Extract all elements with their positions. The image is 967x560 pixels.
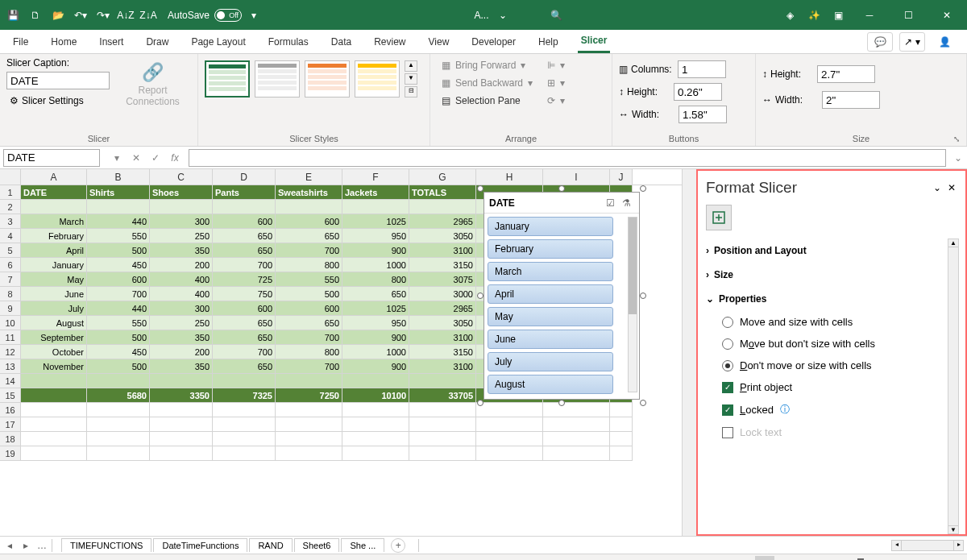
cell[interactable] [276,432,342,446]
radio-move-no-size[interactable]: Move but don't size with cells [722,333,946,355]
undo-icon[interactable]: ↶▾ [71,6,90,25]
cell[interactable] [21,388,87,403]
minimize-button[interactable]: ─ [853,4,886,27]
cell[interactable] [213,374,276,388]
name-box[interactable] [3,149,100,167]
row-header[interactable]: 7 [0,272,21,287]
cell[interactable]: 650 [213,316,276,330]
cell[interactable]: 400 [150,272,213,287]
fx-icon[interactable]: fx [166,149,184,167]
cell[interactable]: 7250 [276,388,342,403]
align-button[interactable]: ⊫▾ [542,57,570,73]
bring-forward-button[interactable]: ▦Bring Forward▾ [437,57,537,73]
view-page-layout-icon[interactable]: ▤ [774,556,794,560]
clear-filter-icon[interactable]: ⚗ [618,195,634,211]
cell[interactable] [213,200,276,214]
tab-review[interactable]: Review [371,31,409,52]
col-header[interactable]: D [213,169,276,185]
pane-close-icon[interactable]: ✕ [944,179,959,197]
cell[interactable] [21,432,87,446]
cell[interactable]: 700 [213,258,276,272]
row-header[interactable]: 9 [0,301,21,316]
slicer-item[interactable]: July [488,352,613,371]
cell[interactable]: 350 [150,330,213,345]
cell[interactable] [476,446,543,461]
new-icon[interactable]: 🗋 [26,6,45,25]
slicer-object[interactable]: DATE ☑ ⚗ JanuaryFebruaryMarchAprilMayJun… [484,192,640,400]
styles-scroll-down-icon[interactable]: ▼ [405,73,417,85]
sheet-tab[interactable]: Sheet6 [294,538,340,552]
cell[interactable] [409,200,476,214]
check-locked[interactable]: ✓Lockedⓘ [722,398,946,421]
cell[interactable] [276,200,342,214]
enter-icon[interactable]: ✓ [147,149,164,167]
autosave-toggle[interactable]: Off [214,9,242,22]
cell[interactable]: January [21,258,87,272]
formula-expand-icon[interactable]: ⌄ [949,149,967,167]
row-header[interactable]: 5 [0,243,21,258]
cell[interactable]: 700 [276,330,342,345]
tab-home[interactable]: Home [48,31,80,52]
slicer-style-4[interactable] [355,60,400,97]
tab-draw[interactable]: Draw [143,31,172,52]
check-print-object[interactable]: ✓Print object [722,376,946,398]
cell[interactable]: 350 [150,359,213,374]
cell[interactable]: 3050 [409,316,476,330]
comments-button[interactable]: 💬 [867,32,893,52]
cell[interactable]: August [21,316,87,330]
cell[interactable] [213,432,276,446]
row-header[interactable]: 16 [0,403,21,417]
cell[interactable] [150,403,213,417]
col-header[interactable]: G [409,169,476,185]
cell[interactable]: 500 [276,287,342,301]
cell[interactable]: 250 [150,316,213,330]
close-button[interactable]: ✕ [930,4,964,27]
row-header[interactable]: 2 [0,200,21,214]
cell[interactable] [150,417,213,432]
row-header[interactable]: 1 [0,185,21,200]
cell[interactable]: 3100 [409,359,476,374]
cell[interactable]: 650 [213,330,276,345]
cell[interactable]: 3100 [409,243,476,258]
cell[interactable]: 600 [276,214,342,229]
cell[interactable]: 550 [87,229,150,243]
size-width-spinner[interactable] [822,91,880,109]
cell[interactable]: March [21,214,87,229]
cell[interactable]: 600 [213,214,276,229]
cell[interactable] [476,417,543,432]
sheet-tab[interactable]: DateTimeFunctions [153,538,247,552]
cell[interactable]: 33705 [409,388,476,403]
cell[interactable] [342,417,409,432]
window-icon[interactable]: ▣ [828,6,848,25]
cell[interactable] [342,403,409,417]
row-header[interactable]: 15 [0,388,21,403]
cell[interactable] [213,417,276,432]
cell[interactable] [213,403,276,417]
cell[interactable]: 7325 [213,388,276,403]
open-icon[interactable]: 📂 [48,6,68,25]
cell[interactable]: 900 [342,330,409,345]
cell[interactable]: 2965 [409,214,476,229]
rotate-button[interactable]: ⟳▾ [542,93,570,109]
cell[interactable] [21,403,87,417]
size-height-spinner[interactable] [817,65,875,83]
button-height-spinner[interactable] [674,83,722,101]
cell[interactable]: 300 [150,301,213,316]
slicer-item[interactable]: May [488,307,613,326]
slicer-caption-input[interactable] [6,72,110,89]
cell[interactable]: 3350 [150,388,213,403]
col-header[interactable]: B [87,169,150,185]
cell[interactable] [543,432,610,446]
cell[interactable] [610,417,633,432]
sort-desc-icon[interactable]: Z↓A [139,6,158,25]
cell[interactable] [150,432,213,446]
col-header[interactable]: I [543,169,610,185]
slicer-item[interactable]: February [488,239,613,259]
radio-move-size[interactable]: Move and size with cells [722,311,946,333]
wand-icon[interactable]: ✨ [804,6,824,25]
styles-scroll-up-icon[interactable]: ▲ [405,60,417,72]
cell[interactable] [87,374,150,388]
cell[interactable] [276,446,342,461]
title-dropdown-icon[interactable]: ⌄ [499,10,507,21]
cell[interactable]: April [21,243,87,258]
